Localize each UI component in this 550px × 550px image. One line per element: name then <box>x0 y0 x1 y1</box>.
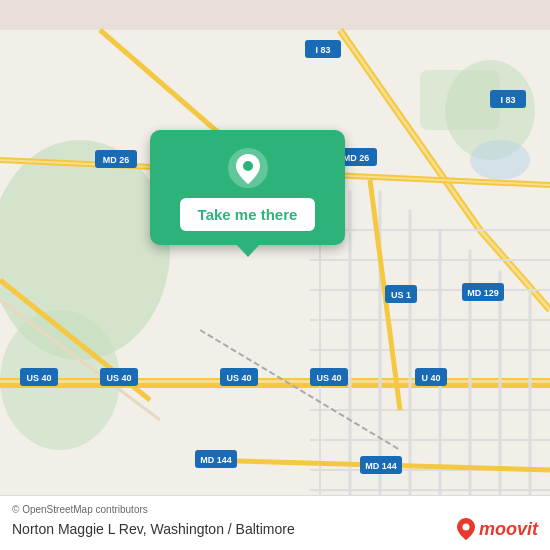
moovit-pin-icon <box>457 518 475 540</box>
moovit-logo-text: moovit <box>479 519 538 540</box>
svg-text:MD 144: MD 144 <box>365 461 397 471</box>
svg-rect-4 <box>420 70 500 130</box>
location-popup: Take me there <box>150 130 345 245</box>
svg-text:I 83: I 83 <box>500 95 515 105</box>
svg-point-64 <box>243 161 253 171</box>
map-container: I 83 I 83 MD 26 MD 26 US 1 US 40 US 40 U… <box>0 0 550 550</box>
svg-text:MD 144: MD 144 <box>200 455 232 465</box>
svg-text:US 40: US 40 <box>316 373 341 383</box>
moovit-logo: moovit <box>457 518 538 540</box>
map-background: I 83 I 83 MD 26 MD 26 US 1 US 40 US 40 U… <box>0 0 550 550</box>
svg-text:MD 26: MD 26 <box>343 153 370 163</box>
svg-text:U 40: U 40 <box>421 373 440 383</box>
svg-text:MD 129: MD 129 <box>467 288 499 298</box>
copyright-text: © OpenStreetMap contributors <box>12 504 538 515</box>
svg-point-65 <box>462 524 469 531</box>
svg-text:I 83: I 83 <box>315 45 330 55</box>
info-bar: © OpenStreetMap contributors Norton Magg… <box>0 495 550 550</box>
svg-text:US 40: US 40 <box>226 373 251 383</box>
take-me-there-button[interactable]: Take me there <box>180 198 316 231</box>
location-pin-icon <box>226 146 270 190</box>
svg-text:US 1: US 1 <box>391 290 411 300</box>
svg-rect-16 <box>0 380 550 383</box>
svg-text:US 40: US 40 <box>106 373 131 383</box>
svg-text:US 40: US 40 <box>26 373 51 383</box>
svg-point-5 <box>470 140 530 180</box>
location-name: Norton Maggie L Rev, Washington / Baltim… <box>12 521 295 537</box>
svg-text:MD 26: MD 26 <box>103 155 130 165</box>
